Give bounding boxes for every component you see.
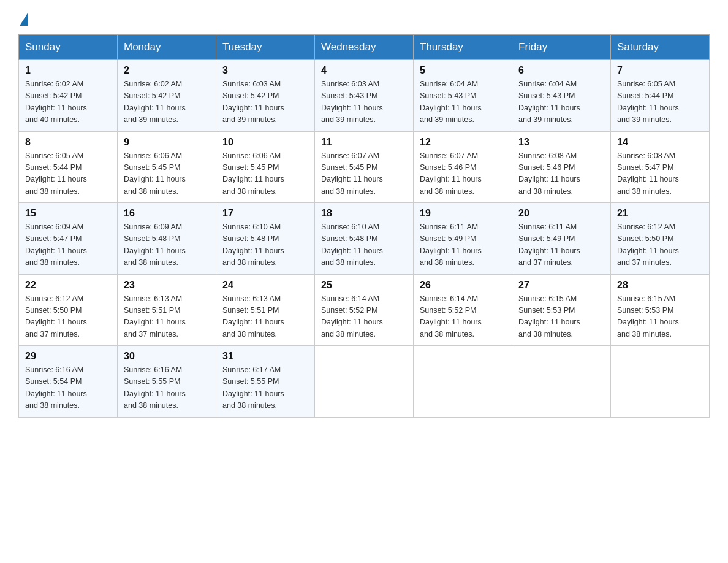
logo-triangle-icon — [20, 12, 28, 26]
day-number: 3 — [222, 65, 308, 76]
calendar-cell — [414, 346, 512, 418]
calendar-header-row: SundayMondayTuesdayWednesdayThursdayFrid… — [19, 35, 710, 60]
day-info: Sunrise: 6:03 AMSunset: 5:42 PMDaylight:… — [222, 79, 308, 126]
calendar-cell: 14 Sunrise: 6:08 AMSunset: 5:47 PMDaylig… — [611, 131, 710, 203]
day-number: 30 — [124, 351, 210, 362]
day-info: Sunrise: 6:14 AMSunset: 5:52 PMDaylight:… — [420, 293, 506, 341]
day-number: 22 — [25, 280, 111, 291]
calendar-header-tuesday: Tuesday — [216, 35, 315, 60]
day-info: Sunrise: 6:13 AMSunset: 5:51 PMDaylight:… — [222, 293, 308, 341]
calendar-header-monday: Monday — [118, 35, 216, 60]
day-info: Sunrise: 6:17 AMSunset: 5:55 PMDaylight:… — [222, 364, 308, 412]
day-info: Sunrise: 6:05 AMSunset: 5:44 PMDaylight:… — [617, 79, 703, 126]
day-number: 2 — [124, 65, 210, 76]
day-info: Sunrise: 6:05 AMSunset: 5:44 PMDaylight:… — [25, 150, 111, 198]
calendar-cell: 26 Sunrise: 6:14 AMSunset: 5:52 PMDaylig… — [414, 274, 512, 346]
calendar-cell: 15 Sunrise: 6:09 AMSunset: 5:47 PMDaylig… — [19, 203, 118, 275]
calendar-cell: 11 Sunrise: 6:07 AMSunset: 5:45 PMDaylig… — [315, 131, 414, 203]
day-info: Sunrise: 6:06 AMSunset: 5:45 PMDaylight:… — [124, 150, 210, 198]
calendar-week-row: 15 Sunrise: 6:09 AMSunset: 5:47 PMDaylig… — [19, 203, 710, 275]
day-number: 12 — [420, 137, 506, 148]
day-info: Sunrise: 6:12 AMSunset: 5:50 PMDaylight:… — [617, 221, 703, 269]
day-number: 11 — [321, 137, 407, 148]
calendar-cell: 13 Sunrise: 6:08 AMSunset: 5:46 PMDaylig… — [512, 131, 611, 203]
calendar-cell: 9 Sunrise: 6:06 AMSunset: 5:45 PMDayligh… — [118, 131, 216, 203]
calendar-cell: 8 Sunrise: 6:05 AMSunset: 5:44 PMDayligh… — [19, 131, 118, 203]
calendar-cell: 24 Sunrise: 6:13 AMSunset: 5:51 PMDaylig… — [216, 274, 315, 346]
calendar-cell: 29 Sunrise: 6:16 AMSunset: 5:54 PMDaylig… — [19, 346, 118, 418]
day-info: Sunrise: 6:07 AMSunset: 5:45 PMDaylight:… — [321, 150, 407, 198]
day-number: 18 — [321, 208, 407, 219]
day-number: 6 — [518, 65, 604, 76]
day-number: 7 — [617, 65, 703, 76]
calendar-cell: 23 Sunrise: 6:13 AMSunset: 5:51 PMDaylig… — [118, 274, 216, 346]
day-number: 17 — [222, 208, 308, 219]
day-number: 20 — [518, 208, 604, 219]
calendar-cell: 25 Sunrise: 6:14 AMSunset: 5:52 PMDaylig… — [315, 274, 414, 346]
calendar-cell: 6 Sunrise: 6:04 AMSunset: 5:43 PMDayligh… — [512, 60, 611, 132]
calendar-cell: 31 Sunrise: 6:17 AMSunset: 5:55 PMDaylig… — [216, 346, 315, 418]
day-number: 31 — [222, 351, 308, 362]
calendar-week-row: 8 Sunrise: 6:05 AMSunset: 5:44 PMDayligh… — [19, 131, 710, 203]
calendar-header-saturday: Saturday — [611, 35, 710, 60]
day-info: Sunrise: 6:12 AMSunset: 5:50 PMDaylight:… — [25, 293, 111, 341]
day-info: Sunrise: 6:13 AMSunset: 5:51 PMDaylight:… — [124, 293, 210, 341]
day-number: 5 — [420, 65, 506, 76]
calendar-table: SundayMondayTuesdayWednesdayThursdayFrid… — [18, 34, 710, 418]
day-number: 24 — [222, 280, 308, 291]
day-number: 28 — [617, 280, 703, 291]
day-number: 29 — [25, 351, 111, 362]
calendar-cell: 1 Sunrise: 6:02 AMSunset: 5:42 PMDayligh… — [19, 60, 118, 132]
day-number: 15 — [25, 208, 111, 219]
calendar-cell: 5 Sunrise: 6:04 AMSunset: 5:43 PMDayligh… — [414, 60, 512, 132]
day-info: Sunrise: 6:07 AMSunset: 5:46 PMDaylight:… — [420, 150, 506, 198]
calendar-cell: 21 Sunrise: 6:12 AMSunset: 5:50 PMDaylig… — [611, 203, 710, 275]
day-info: Sunrise: 6:08 AMSunset: 5:47 PMDaylight:… — [617, 150, 703, 198]
calendar-cell: 28 Sunrise: 6:15 AMSunset: 5:53 PMDaylig… — [611, 274, 710, 346]
page-header — [18, 12, 710, 22]
day-info: Sunrise: 6:09 AMSunset: 5:48 PMDaylight:… — [124, 221, 210, 269]
calendar-week-row: 1 Sunrise: 6:02 AMSunset: 5:42 PMDayligh… — [19, 60, 710, 132]
calendar-cell: 22 Sunrise: 6:12 AMSunset: 5:50 PMDaylig… — [19, 274, 118, 346]
day-info: Sunrise: 6:16 AMSunset: 5:54 PMDaylight:… — [25, 364, 111, 412]
day-number: 9 — [124, 137, 210, 148]
calendar-cell: 19 Sunrise: 6:11 AMSunset: 5:49 PMDaylig… — [414, 203, 512, 275]
day-number: 1 — [25, 65, 111, 76]
calendar-cell: 30 Sunrise: 6:16 AMSunset: 5:55 PMDaylig… — [118, 346, 216, 418]
day-info: Sunrise: 6:06 AMSunset: 5:45 PMDaylight:… — [222, 150, 308, 198]
day-info: Sunrise: 6:11 AMSunset: 5:49 PMDaylight:… — [420, 221, 506, 269]
day-info: Sunrise: 6:11 AMSunset: 5:49 PMDaylight:… — [518, 221, 604, 269]
day-info: Sunrise: 6:09 AMSunset: 5:47 PMDaylight:… — [25, 221, 111, 269]
calendar-cell — [611, 346, 710, 418]
calendar-cell: 17 Sunrise: 6:10 AMSunset: 5:48 PMDaylig… — [216, 203, 315, 275]
day-number: 23 — [124, 280, 210, 291]
day-number: 14 — [617, 137, 703, 148]
calendar-header-thursday: Thursday — [414, 35, 512, 60]
calendar-cell: 4 Sunrise: 6:03 AMSunset: 5:43 PMDayligh… — [315, 60, 414, 132]
day-number: 27 — [518, 280, 604, 291]
calendar-cell: 20 Sunrise: 6:11 AMSunset: 5:49 PMDaylig… — [512, 203, 611, 275]
day-info: Sunrise: 6:02 AMSunset: 5:42 PMDaylight:… — [124, 79, 210, 126]
calendar-header-wednesday: Wednesday — [315, 35, 414, 60]
day-info: Sunrise: 6:03 AMSunset: 5:43 PMDaylight:… — [321, 79, 407, 126]
day-info: Sunrise: 6:02 AMSunset: 5:42 PMDaylight:… — [25, 79, 111, 126]
day-number: 19 — [420, 208, 506, 219]
day-number: 13 — [518, 137, 604, 148]
day-info: Sunrise: 6:04 AMSunset: 5:43 PMDaylight:… — [420, 79, 506, 126]
calendar-cell: 3 Sunrise: 6:03 AMSunset: 5:42 PMDayligh… — [216, 60, 315, 132]
calendar-header-friday: Friday — [512, 35, 611, 60]
calendar-week-row: 22 Sunrise: 6:12 AMSunset: 5:50 PMDaylig… — [19, 274, 710, 346]
day-number: 8 — [25, 137, 111, 148]
day-info: Sunrise: 6:15 AMSunset: 5:53 PMDaylight:… — [617, 293, 703, 341]
calendar-cell: 10 Sunrise: 6:06 AMSunset: 5:45 PMDaylig… — [216, 131, 315, 203]
day-info: Sunrise: 6:16 AMSunset: 5:55 PMDaylight:… — [124, 364, 210, 412]
calendar-cell: 16 Sunrise: 6:09 AMSunset: 5:48 PMDaylig… — [118, 203, 216, 275]
day-info: Sunrise: 6:10 AMSunset: 5:48 PMDaylight:… — [321, 221, 407, 269]
day-info: Sunrise: 6:10 AMSunset: 5:48 PMDaylight:… — [222, 221, 308, 269]
day-number: 25 — [321, 280, 407, 291]
calendar-cell: 12 Sunrise: 6:07 AMSunset: 5:46 PMDaylig… — [414, 131, 512, 203]
day-info: Sunrise: 6:14 AMSunset: 5:52 PMDaylight:… — [321, 293, 407, 341]
calendar-cell — [315, 346, 414, 418]
calendar-cell: 7 Sunrise: 6:05 AMSunset: 5:44 PMDayligh… — [611, 60, 710, 132]
day-number: 10 — [222, 137, 308, 148]
